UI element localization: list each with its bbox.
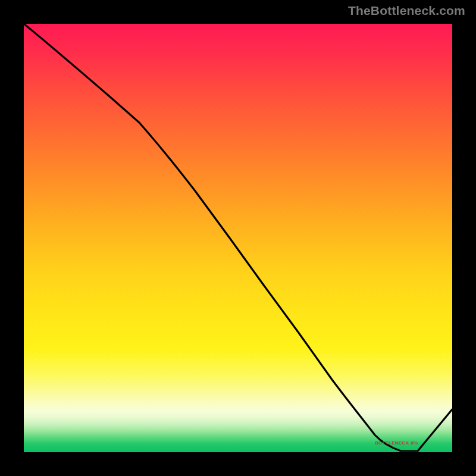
bottleneck-curve	[24, 24, 452, 452]
chart-stage: TheBottleneck.com BOTTLENECK 0%	[0, 0, 476, 476]
min-bottleneck-label: BOTTLENECK 0%	[375, 440, 418, 446]
watermark-text: TheBottleneck.com	[348, 4, 465, 18]
plot-area: BOTTLENECK 0%	[21, 21, 455, 455]
